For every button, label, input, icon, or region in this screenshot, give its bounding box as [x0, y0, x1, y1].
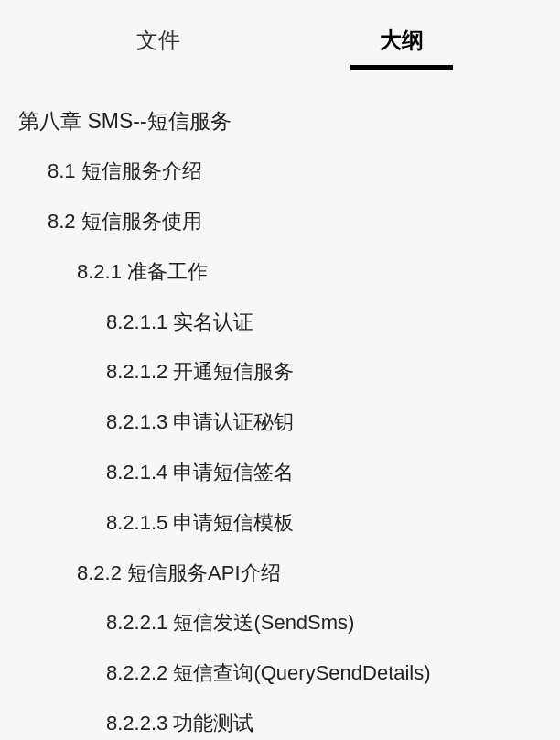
outline-item[interactable]: 8.2 短信服务使用: [18, 197, 542, 247]
outline-item[interactable]: 第八章 SMS--短信服务: [18, 95, 542, 147]
tab-bar: 文件 大纲: [0, 0, 560, 66]
outline-item[interactable]: 8.2.2.3 功能测试: [18, 699, 542, 740]
outline-item[interactable]: 8.2.1 准备工作: [18, 247, 542, 298]
outline-item[interactable]: 8.2.2.2 短信查询(QuerySendDetails): [18, 648, 542, 699]
outline-item[interactable]: 8.2.2.1 短信发送(SendSms): [18, 598, 542, 648]
outline-item[interactable]: 8.2.1.2 开通短信服务: [18, 347, 542, 397]
outline-item[interactable]: 8.1 短信服务介绍: [18, 147, 542, 197]
outline-item[interactable]: 8.2.2 短信服务API介绍: [18, 549, 542, 599]
tab-outline[interactable]: 大纲: [350, 18, 453, 66]
outline-item[interactable]: 8.2.1.3 申请认证秘钥: [18, 397, 542, 448]
outline-item[interactable]: 8.2.1.5 申请短信模板: [18, 498, 542, 549]
outline-list: 第八章 SMS--短信服务 8.1 短信服务介绍 8.2 短信服务使用 8.2.…: [0, 66, 560, 740]
outline-item[interactable]: 8.2.1.1 实名认证: [18, 298, 542, 348]
tab-file[interactable]: 文件: [107, 18, 210, 66]
outline-item[interactable]: 8.2.1.4 申请短信签名: [18, 448, 542, 498]
